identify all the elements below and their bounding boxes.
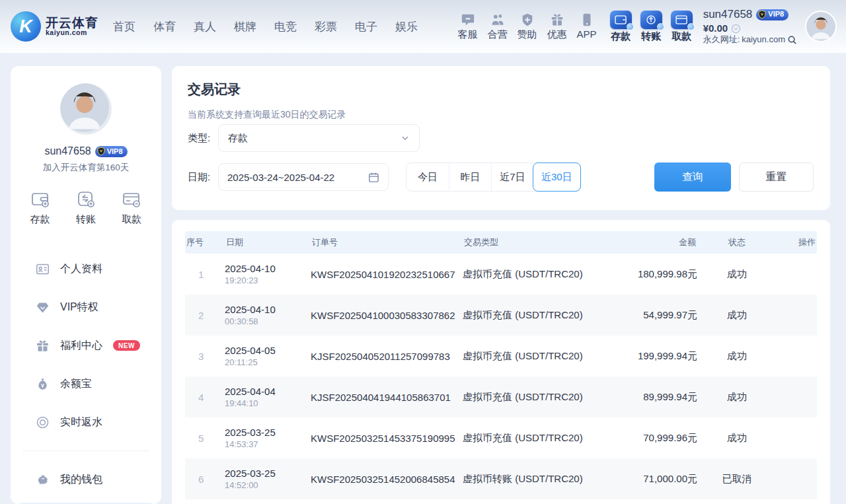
card-outline-icon [122, 190, 141, 209]
cell-order-number: KWSF202504101920232510667 [311, 269, 463, 280]
username: sun47658 [703, 7, 753, 21]
sidebar-item-vip[interactable]: VIP特权 [11, 288, 161, 326]
cell-status: 成功 [697, 350, 777, 363]
permanent-url: kaiyun.com [742, 34, 785, 45]
transactions-table-card: 序号 日期 订单号 交易类型 金额 状态 操作 1 2025-04-10 19:… [172, 220, 830, 504]
gift-box-icon [36, 339, 50, 353]
table-row: 3 2025-04-05 20:11:25 KJSF20250405201125… [185, 336, 817, 377]
nav-chess[interactable]: 棋牌 [234, 19, 256, 34]
cell-date: 2025-04-05 20:11:25 [225, 345, 311, 367]
new-badge: NEW [113, 340, 140, 351]
sponsor-button[interactable]: 赞助 [518, 13, 537, 41]
partners-icon [490, 13, 505, 27]
sidebar-item-profile[interactable]: 个人资料 [11, 250, 161, 288]
nav-home[interactable]: 首页 [113, 19, 135, 34]
cell-transaction-type: 虚拟币充值 (USDT/TRC20) [463, 350, 621, 363]
header-status: 状态 [697, 236, 777, 248]
header-date: 日期 [225, 236, 311, 248]
wallet-outline-icon [30, 190, 50, 209]
range-yesterday-button[interactable]: 昨日 [449, 163, 491, 191]
sidebar-item-welfare[interactable]: 福利中心 NEW [11, 326, 161, 365]
cell-amount: 89,999.94元 [621, 391, 697, 404]
withdraw-button-top[interactable]: 取款 [671, 11, 693, 43]
reset-button[interactable]: 重置 [739, 162, 814, 192]
utility-group: 客服 合营 赞助 优惠 APP [458, 13, 597, 41]
chevron-down-icon [401, 133, 410, 143]
table-row: 6 2025-03-25 14:52:00 KWSF20250325145200… [185, 458, 817, 499]
cell-seq: 6 [185, 474, 225, 485]
cell-date: 2025-04-10 19:20:23 [225, 263, 311, 285]
table-header: 序号 日期 订单号 交易类型 金额 状态 操作 [185, 231, 817, 254]
transfer-icon [640, 11, 662, 29]
nav-esports[interactable]: 电竞 [274, 19, 297, 34]
range-30days-button[interactable]: 近30日 [533, 162, 581, 192]
app-download-button[interactable]: APP [577, 13, 597, 41]
page-subtitle: 当前系统支持查询最近30日的交易记录 [188, 109, 814, 121]
sidebar-transfer-button[interactable]: 转账 [76, 190, 96, 226]
customer-service-button[interactable]: 客服 [458, 13, 478, 41]
coin-icon [36, 415, 50, 429]
search-icon[interactable] [787, 35, 797, 45]
nav-slots[interactable]: 电子 [355, 19, 377, 34]
cell-status: 成功 [697, 391, 777, 404]
cell-seq: 2 [185, 310, 225, 321]
vip-shield-icon [96, 147, 106, 156]
user-info-block: sun47658 VIP8 ¥0.00 永久网址: kaiyun.com [703, 7, 797, 45]
sidebar-menu: 个人资料 VIP特权 福利中心 NEW 余额宝 实时返水 我的钱包 交易记录 [11, 250, 161, 504]
nav-sports[interactable]: 体育 [153, 19, 176, 34]
permanent-url-label: 永久网址: [703, 34, 740, 45]
header-action: 操作 [777, 236, 817, 248]
brand-domain: kaiyun.com [46, 29, 98, 36]
header-order: 订单号 [311, 236, 463, 248]
gem-icon [36, 301, 50, 314]
range-today-button[interactable]: 今日 [406, 163, 449, 191]
table-body: 1 2025-04-10 19:20:23 KWSF20250410192023… [185, 254, 817, 499]
vip-shield-icon [757, 10, 767, 19]
nav-live[interactable]: 真人 [194, 19, 216, 34]
cell-status: 成功 [697, 432, 777, 445]
sidebar-item-rebate[interactable]: 实时返水 [11, 403, 161, 441]
profile-avatar[interactable] [60, 83, 112, 135]
promotions-button[interactable]: 优惠 [547, 13, 567, 41]
chat-icon [461, 13, 475, 27]
money-pouch-icon [36, 377, 50, 391]
balance-refresh-icon[interactable] [731, 24, 741, 34]
sidebar-item-yuebao[interactable]: 余额宝 [11, 365, 161, 403]
sidebar-withdraw-button[interactable]: 取款 [122, 190, 141, 226]
topbar: K 开云体育 kaiyun.com 首页 体育 真人 棋牌 电竞 彩票 电子 娱… [0, 0, 846, 53]
nav-lottery[interactable]: 彩票 [315, 19, 337, 34]
type-label: 类型: [188, 132, 218, 145]
avatar[interactable] [805, 11, 837, 42]
sidebar-deposit-button[interactable]: 存款 [30, 190, 50, 226]
brand-name: 开云体育 [46, 17, 98, 30]
search-button[interactable]: 查询 [654, 162, 731, 192]
cell-date: 2025-04-04 19:44:10 [225, 386, 311, 408]
sidebar-item-wallet[interactable]: 我的钱包 [11, 460, 161, 499]
main-nav: 首页 体育 真人 棋牌 电竞 彩票 电子 娱乐 [113, 19, 418, 34]
cell-transaction-type: 虚拟币充值 (USDT/TRC20) [463, 432, 621, 445]
join-days-text: 加入开云体育第160天 [11, 162, 161, 174]
sidebar-username: sun47658 [44, 145, 91, 157]
date-range-input[interactable]: 2025-03-24~2025-04-22 [218, 163, 389, 191]
site-logo[interactable]: K 开云体育 kaiyun.com [11, 11, 98, 42]
table-row: 5 2025-03-25 14:53:37 KWSF20250325145337… [185, 417, 817, 458]
cell-amount: 54,999.97元 [621, 309, 697, 322]
balance-amount: ¥0.00 [703, 22, 728, 35]
cell-order-number: KWSF202504100030583307862 [311, 310, 463, 321]
nav-entertainment[interactable]: 娱乐 [395, 19, 418, 34]
cell-date: 2025-04-10 00:30:58 [225, 304, 311, 326]
transfer-outline-icon [76, 190, 96, 209]
cell-seq: 4 [185, 392, 225, 403]
range-7days-button[interactable]: 近7日 [491, 163, 533, 191]
page-title: 交易记录 [188, 81, 814, 98]
partners-button[interactable]: 合营 [488, 13, 508, 41]
vip-badge[interactable]: VIP8 [756, 9, 788, 20]
transfer-button-top[interactable]: 转账 [640, 11, 662, 43]
type-select[interactable]: 存款 [218, 124, 420, 152]
cell-amount: 71,000.00元 [621, 473, 697, 486]
sidebar-vip-badge[interactable]: VIP8 [95, 146, 128, 157]
header-type: 交易类型 [463, 236, 621, 248]
cell-transaction-type: 虚拟币转账 (USDT/TRC20) [463, 473, 621, 486]
deposit-button-top[interactable]: 存款 [610, 11, 632, 43]
withdraw-card-icon [671, 11, 693, 29]
